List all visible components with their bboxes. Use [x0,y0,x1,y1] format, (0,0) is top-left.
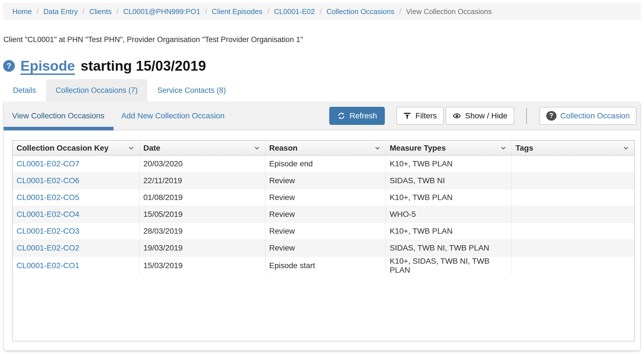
chevron-down-icon[interactable] [128,144,135,152]
breadcrumb-separator: / [399,7,401,16]
chevron-down-icon[interactable] [500,144,507,152]
tab-service-contacts[interactable]: Service Contacts (8) [147,79,236,102]
cell-reason: Review [265,223,386,240]
tab-bar: Details Collection Occasions (7) Service… [3,79,641,102]
collection-occasion-link[interactable]: CL0001-E02-CO5 [17,193,79,202]
chevron-down-icon[interactable] [253,144,261,152]
cell-reason: Review [265,189,386,206]
cell-measure-types: K10+, TWB PLAN [386,189,511,206]
breadcrumb-client-episodes[interactable]: Client Episodes [212,7,263,16]
refresh-button[interactable]: Refresh [329,107,385,125]
collection-occasion-link[interactable]: CL0001-E02-CO4 [17,210,79,219]
table-row: CL0001-E02-CO2 19/03/2019 Review SIDAS, … [13,240,634,256]
show-hide-button[interactable]: Show / Hide [446,107,514,125]
cell-reason: Review [265,172,386,189]
breadcrumb-clients[interactable]: Clients [89,7,112,16]
column-header-label: Collection Occasion Key [17,144,108,153]
episode-link[interactable]: Episode [20,58,75,74]
column-header-label: Reason [269,144,298,153]
breadcrumb-client-key[interactable]: CL0001@PHN999:PO1 [123,7,200,16]
column-header-tags[interactable]: Tags [511,141,634,155]
collection-occasion-button-label: Collection Occasion [560,111,630,120]
cell-tags [511,206,634,223]
cell-tags [511,189,634,206]
page-title: ? Episode starting 15/03/2019 [3,56,641,76]
page: Home / Data Entry / Clients / CL0001@PHN… [0,0,644,351]
cell-date: 22/11/2019 [139,172,265,189]
cell-tags [511,223,634,240]
page-title-text: starting 15/03/2019 [80,58,206,74]
tab-collection-occasions[interactable]: Collection Occasions (7) [46,79,148,102]
chevron-down-icon[interactable] [622,144,630,152]
cell-reason: Episode end [265,155,386,172]
table-row: CL0001-E02-CO6 22/11/2019 Review SIDAS, … [13,172,634,189]
cell-tags [511,172,634,189]
collection-occasions-table: Collection Occasion Key Date [13,141,634,275]
cell-measure-types: K10+, TWB PLAN [386,155,511,172]
column-header-measure-types[interactable]: Measure Types [386,141,511,155]
filter-funnel-icon [403,112,411,120]
table-header-row: Collection Occasion Key Date [13,141,634,155]
cell-measure-types: K10+, TWB PLAN [386,223,511,240]
collection-occasions-grid: Collection Occasion Key Date [12,140,635,341]
panel-content: Collection Occasion Key Date [4,130,640,349]
question-mark-circle-icon: ? [546,111,557,121]
help-icon[interactable]: ? [3,60,15,72]
chevron-down-icon[interactable] [374,144,381,152]
column-header-date[interactable]: Date [139,141,265,155]
cell-date: 28/03/2019 [139,223,265,240]
breadcrumb-separator: / [205,7,207,16]
breadcrumb-separator: / [320,7,322,16]
table-row: CL0001-E02-CO5 01/08/2019 Review K10+, T… [13,189,634,206]
cell-measure-types: K10+, SIDAS, TWB NI, TWB PLAN [386,256,511,275]
table-row: CL0001-E02-CO3 28/03/2019 Review K10+, T… [13,223,634,240]
show-hide-button-label: Show / Hide [465,111,508,120]
collection-occasion-help-button[interactable]: ? Collection Occasion [539,107,636,125]
collection-occasion-link[interactable]: CL0001-E02-CO1 [17,261,79,270]
cell-date: 20/03/2020 [139,155,265,172]
cell-measure-types: SIDAS, TWB NI, TWB PLAN [386,240,511,256]
toolbar-divider [526,108,527,124]
cell-reason: Review [265,240,386,256]
breadcrumb-separator: / [82,7,84,16]
column-header-label: Measure Types [390,144,446,153]
cell-date: 15/03/2019 [139,256,265,275]
cell-tags [511,240,634,256]
filters-button-label: Filters [415,111,437,120]
cell-tags [511,155,634,172]
column-header-label: Date [143,144,161,153]
eye-icon [452,111,461,120]
breadcrumb-separator: / [116,7,118,16]
collection-occasion-link[interactable]: CL0001-E02-CO7 [17,159,79,168]
breadcrumb-collection-occasions[interactable]: Collection Occasions [326,7,395,16]
breadcrumb-current-page: View Collection Occasions [406,7,492,16]
breadcrumb-home[interactable]: Home [12,7,32,16]
breadcrumb: Home / Data Entry / Clients / CL0001@PHN… [3,3,641,20]
breadcrumb-separator: / [267,7,269,16]
subtab-add-new-collection-occasion[interactable]: Add New Collection Occasion [113,111,233,120]
cell-date: 01/08/2019 [139,189,265,206]
breadcrumb-data-entry[interactable]: Data Entry [43,7,78,16]
collection-occasion-link[interactable]: CL0001-E02-CO3 [17,227,79,235]
table-body: CL0001-E02-CO7 20/03/2020 Episode end K1… [13,155,634,275]
breadcrumb-episode-key[interactable]: CL0001-E02 [274,7,315,16]
column-header-collection-occasion-key[interactable]: Collection Occasion Key [13,141,139,155]
cell-reason: Episode start [265,256,386,275]
cell-reason: Review [265,206,386,223]
cell-date: 15/05/2019 [139,206,265,223]
filters-button[interactable]: Filters [396,107,443,125]
cell-date: 19/03/2019 [139,240,265,256]
refresh-button-label: Refresh [349,111,377,120]
subtab-view-collection-occasions[interactable]: View Collection Occasions [4,111,113,120]
collection-occasion-link[interactable]: CL0001-E02-CO2 [17,243,79,252]
collection-occasion-link[interactable]: CL0001-E02-CO6 [17,176,79,185]
client-summary-text: Client "CL0001" at PHN "Test PHN", Provi… [3,35,641,44]
cell-tags [511,256,634,275]
tab-details[interactable]: Details [3,79,46,102]
column-header-reason[interactable]: Reason [265,141,386,155]
table-row: CL0001-E02-CO1 15/03/2019 Episode start … [13,256,634,275]
cell-measure-types: SIDAS, TWB NI [386,172,511,189]
table-row: CL0001-E02-CO7 20/03/2020 Episode end K1… [13,155,634,172]
column-header-label: Tags [516,144,533,153]
panel-toolbar: View Collection Occasions Add New Collec… [4,102,640,130]
